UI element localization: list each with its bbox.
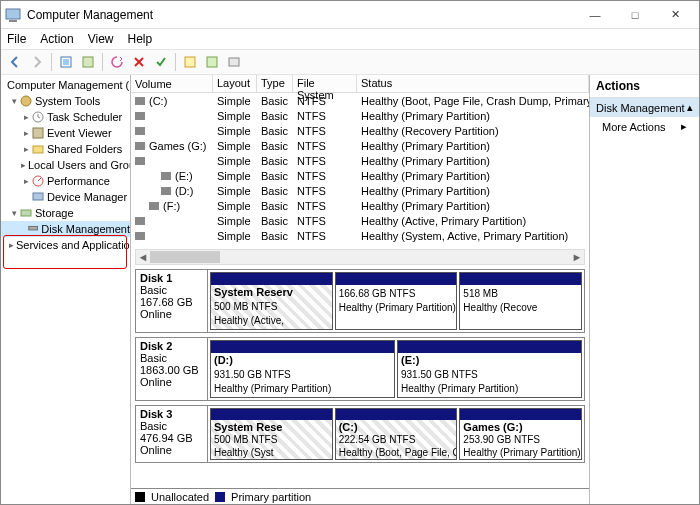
list-button[interactable] (224, 52, 244, 72)
legend-unallocated-swatch (135, 492, 145, 502)
tree-storage[interactable]: ▾Storage (1, 205, 130, 221)
disk-row: Disk 1Basic167.68 GBOnlineSystem Reserv5… (135, 269, 585, 333)
drive-icon (135, 112, 145, 120)
col-volume[interactable]: Volume (131, 75, 213, 92)
disk-row: Disk 2Basic1863.00 GBOnline(D:)931.50 GB… (135, 337, 585, 401)
volume-row[interactable]: (E:)SimpleBasicNTFSHealthy (Primary Part… (131, 168, 589, 183)
volume-row[interactable]: SimpleBasicNTFSHealthy (Active, Primary … (131, 213, 589, 228)
partition[interactable]: System Reserv500 MB NTFSHealthy (Active, (210, 272, 333, 330)
help-button[interactable] (180, 52, 200, 72)
forward-button[interactable] (27, 52, 47, 72)
partition[interactable]: System Rese500 MB NTFSHealthy (Syst (210, 408, 333, 460)
tree-root[interactable]: Computer Management (Local (1, 77, 130, 93)
maximize-button[interactable]: □ (615, 2, 655, 28)
disk-map: Disk 1Basic167.68 GBOnlineSystem Reserv5… (131, 269, 589, 488)
svg-rect-0 (6, 9, 20, 19)
tree-performance[interactable]: ▸Performance (1, 173, 130, 189)
volume-row[interactable]: (C:)SimpleBasicNTFSHealthy (Boot, Page F… (131, 93, 589, 108)
navigation-tree: Computer Management (Local ▾System Tools… (1, 75, 131, 504)
svg-rect-4 (83, 57, 93, 67)
partition[interactable]: (D:)931.50 GB NTFSHealthy (Primary Parti… (210, 340, 395, 398)
menu-action[interactable]: Action (40, 32, 73, 46)
partition[interactable]: Games (G:)253.90 GB NTFSHealthy (Primary… (459, 408, 582, 460)
disk-info[interactable]: Disk 1Basic167.68 GBOnline (136, 270, 208, 332)
close-button[interactable]: ✕ (655, 2, 695, 28)
svg-point-9 (21, 96, 31, 106)
svg-rect-3 (63, 59, 69, 65)
back-button[interactable] (5, 52, 25, 72)
volume-row[interactable]: Games (G:)SimpleBasicNTFSHealthy (Primar… (131, 138, 589, 153)
col-layout[interactable]: Layout (213, 75, 257, 92)
titlebar: Computer Management — □ ✕ (1, 1, 699, 29)
menu-help[interactable]: Help (128, 32, 153, 46)
svg-rect-7 (229, 58, 239, 66)
up-button[interactable] (56, 52, 76, 72)
tree-task-scheduler[interactable]: ▸Task Scheduler (1, 109, 130, 125)
drive-icon (135, 127, 145, 135)
actions-pane: Actions Disk Management▴ More Actions▸ (589, 75, 699, 504)
partition[interactable]: (C:)222.54 GB NTFSHealthy (Boot, Page Fi… (335, 408, 458, 460)
app-icon (5, 7, 21, 23)
volume-row[interactable]: SimpleBasicNTFSHealthy (System, Active, … (131, 228, 589, 243)
drive-icon (161, 187, 171, 195)
svg-rect-12 (33, 146, 43, 153)
actions-selected[interactable]: Disk Management▴ (590, 98, 699, 117)
new-button[interactable] (202, 52, 222, 72)
volume-header: Volume Layout Type File System Status (131, 75, 589, 93)
chevron-right-icon: ▸ (681, 120, 687, 133)
tree-disk-management[interactable]: Disk Management (1, 221, 130, 237)
scroll-thumb[interactable] (150, 251, 220, 263)
volume-row[interactable]: SimpleBasicNTFSHealthy (Primary Partitio… (131, 108, 589, 123)
volume-row[interactable]: (F:)SimpleBasicNTFSHealthy (Primary Part… (131, 198, 589, 213)
disk-info[interactable]: Disk 2Basic1863.00 GBOnline (136, 338, 208, 400)
delete-button[interactable] (129, 52, 149, 72)
volume-row[interactable]: (D:)SimpleBasicNTFSHealthy (Primary Part… (131, 183, 589, 198)
refresh-button[interactable] (107, 52, 127, 72)
disk-row: Disk 3Basic476.94 GBOnlineSystem Rese500… (135, 405, 585, 463)
tree-event-viewer[interactable]: ▸Event Viewer (1, 125, 130, 141)
toolbar (1, 49, 699, 75)
menu-view[interactable]: View (88, 32, 114, 46)
volume-list: (C:)SimpleBasicNTFSHealthy (Boot, Page F… (131, 93, 589, 243)
drive-icon (135, 142, 145, 150)
drive-icon (135, 157, 145, 165)
menubar: File Action View Help (1, 29, 699, 49)
tree-device-manager[interactable]: Device Manager (1, 189, 130, 205)
col-fs[interactable]: File System (293, 75, 357, 92)
partition[interactable]: 518 MBHealthy (Recove (459, 272, 582, 330)
volume-row[interactable]: SimpleBasicNTFSHealthy (Recovery Partiti… (131, 123, 589, 138)
svg-rect-16 (33, 193, 43, 200)
window-title: Computer Management (27, 8, 575, 22)
minimize-button[interactable]: — (575, 2, 615, 28)
main-pane: Volume Layout Type File System Status (C… (131, 75, 589, 504)
tree-system-tools[interactable]: ▾System Tools (1, 93, 130, 109)
col-type[interactable]: Type (257, 75, 293, 92)
partition[interactable]: 166.68 GB NTFSHealthy (Primary Partition… (335, 272, 458, 330)
horizontal-scrollbar[interactable]: ◄ ► (135, 249, 585, 265)
tree-services[interactable]: ▸Services and Applications (1, 237, 130, 253)
legend-primary-swatch (215, 492, 225, 502)
legend: Unallocated Primary partition (131, 488, 589, 504)
tree-shared-folders[interactable]: ▸Shared Folders (1, 141, 130, 157)
collapse-icon: ▴ (687, 101, 693, 114)
actions-more[interactable]: More Actions▸ (590, 117, 699, 136)
svg-rect-17 (21, 210, 31, 216)
volume-row[interactable]: SimpleBasicNTFSHealthy (Primary Partitio… (131, 153, 589, 168)
scroll-left-icon[interactable]: ◄ (136, 251, 150, 263)
menu-file[interactable]: File (7, 32, 26, 46)
svg-rect-6 (207, 57, 217, 67)
svg-rect-11 (33, 128, 43, 138)
actions-header: Actions (590, 75, 699, 98)
drive-icon (161, 172, 171, 180)
col-status[interactable]: Status (357, 75, 589, 92)
svg-rect-1 (9, 20, 17, 22)
tree-local-users[interactable]: ▸Local Users and Groups (1, 157, 130, 173)
scroll-right-icon[interactable]: ► (570, 251, 584, 263)
disk-info[interactable]: Disk 3Basic476.94 GBOnline (136, 406, 208, 462)
drive-icon (135, 232, 145, 240)
properties-button[interactable] (78, 52, 98, 72)
checkmark-button[interactable] (151, 52, 171, 72)
drive-icon (135, 97, 145, 105)
partition[interactable]: (E:)931.50 GB NTFSHealthy (Primary Parti… (397, 340, 582, 398)
legend-unallocated: Unallocated (151, 491, 209, 503)
